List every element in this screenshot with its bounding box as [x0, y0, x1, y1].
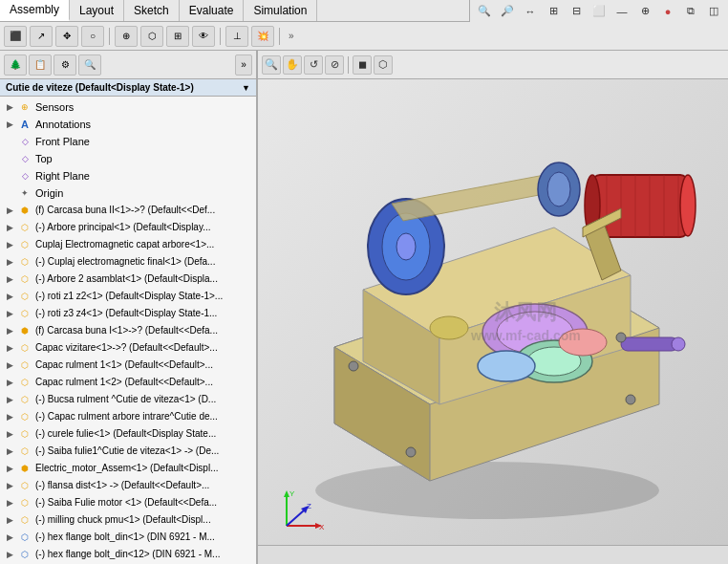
- vp-btn-shaded[interactable]: ◼: [353, 55, 372, 75]
- tree-item-part19[interactable]: ▶ ⬡ (-) milling chuck pmu<1> (Default<Di…: [0, 511, 256, 529]
- view-btn-6[interactable]: ⬜: [589, 2, 610, 21]
- toolbar-btn-hide[interactable]: 👁: [192, 26, 215, 47]
- view-btn-2[interactable]: 🔎: [497, 2, 518, 21]
- expand-part1[interactable]: ▶: [4, 205, 15, 216]
- view-btn-3[interactable]: ↔: [520, 2, 541, 21]
- toolbar-btn-mate[interactable]: ⊥: [225, 26, 248, 47]
- tree-item-part3[interactable]: ▶ ⬡ Cuplaj Electromagnetic capat arbore<…: [0, 236, 256, 253]
- vp-btn-wire[interactable]: ⬡: [374, 55, 393, 75]
- left-btn-config[interactable]: ⚙: [54, 54, 76, 76]
- toolbar-btn-circle[interactable]: ○: [81, 26, 104, 47]
- expand-part9[interactable]: ▶: [4, 342, 15, 354]
- vp-btn-pan[interactable]: ✋: [283, 55, 302, 75]
- tree-item-top-plane[interactable]: ◇ Top: [0, 150, 256, 167]
- view-btn-9[interactable]: ⧉: [680, 2, 701, 21]
- tree-item-part21[interactable]: ▶ ⬡ (-) hex flange bolt_din<12> (DIN 692…: [0, 546, 256, 563]
- tree-item-part9[interactable]: ▶ ⬡ Capac vizitare<1>->? (Default<<Defau…: [0, 339, 256, 357]
- tree-item-part15[interactable]: ▶ ⬡ (-) Saiba fulie1^Cutie de viteza<1> …: [0, 443, 256, 460]
- toolbar-btn-explode[interactable]: 💥: [251, 26, 274, 47]
- tree-item-annotations[interactable]: ▶ A Annotations: [0, 116, 256, 133]
- expand-part6[interactable]: ▶: [4, 291, 15, 302]
- vp-btn-rotate[interactable]: ↺: [304, 55, 323, 75]
- toolbar-btn-cube[interactable]: ⬛: [4, 26, 27, 47]
- viewport[interactable]: 沐风网 www.mf-cad.com X Y Z: [258, 79, 728, 564]
- vp-sep1: [348, 56, 349, 74]
- toolbar-btn-component[interactable]: ⬡: [140, 26, 163, 47]
- expand-part15[interactable]: ▶: [4, 445, 15, 457]
- expand-part5[interactable]: ▶: [4, 273, 15, 285]
- tree-item-part7[interactable]: ▶ ⬡ (-) roti z3 z4<1> (Default<Display S…: [0, 305, 256, 322]
- tree-item-sensors[interactable]: ▶ ⊕ Sensors: [0, 98, 256, 116]
- view-btn-8[interactable]: ⊕: [634, 2, 655, 21]
- tab-sketch[interactable]: Sketch: [124, 0, 180, 21]
- sep3: [279, 28, 280, 45]
- tree-item-part14[interactable]: ▶ ⬡ (-) curele fulie<1> (Default<Display…: [0, 425, 256, 443]
- tree-item-part2[interactable]: ▶ ⬡ (-) Arbore principal<1> (Default<Dis…: [0, 219, 256, 236]
- expand-part7[interactable]: ▶: [4, 308, 15, 319]
- expand-part10[interactable]: ▶: [4, 359, 15, 371]
- tab-layout[interactable]: Layout: [70, 0, 124, 21]
- toolbar-btn-move[interactable]: ✥: [55, 26, 78, 47]
- part12-icon: ⬡: [17, 392, 32, 407]
- tree-item-part18[interactable]: ▶ ⬡ (-) Saiba Fulie motor <1> (Default<<…: [0, 494, 256, 511]
- expand-part20[interactable]: ▶: [4, 531, 15, 543]
- view-btn-7[interactable]: —: [611, 2, 632, 21]
- expand-part2[interactable]: ▶: [4, 222, 15, 233]
- part1-label: (f) Carcasa buna II<1>->? (Default<<Def.…: [35, 203, 215, 218]
- expand-part12[interactable]: ▶: [4, 394, 15, 405]
- expand-annotations[interactable]: ▶: [4, 119, 15, 130]
- view-btn-4[interactable]: ⊞: [543, 2, 564, 21]
- expand-part18[interactable]: ▶: [4, 497, 15, 509]
- belt: [392, 175, 554, 221]
- left-btn-expand[interactable]: »: [235, 54, 252, 76]
- tree-item-part5[interactable]: ▶ ⬡ (-) Arbore 2 asamblat<1> (Default<Di…: [0, 271, 256, 288]
- tree-item-front-plane[interactable]: ◇ Front Plane: [0, 133, 256, 150]
- tree-item-part10[interactable]: ▶ ⬡ Capac rulment 1<1> (Default<<Default…: [0, 357, 256, 374]
- tab-simulation[interactable]: Simulation: [244, 0, 317, 21]
- tree-item-right-plane[interactable]: ◇ Right Plane: [0, 167, 256, 184]
- tree-item-part17[interactable]: ▶ ⬡ (-) flansa dist<1> -> (Default<<Defa…: [0, 477, 256, 494]
- tree-item-part16[interactable]: ▶ ⬢ Electric_motor_Assem<1> (Default<Dis…: [0, 460, 256, 477]
- view-toolbar: 🔍 ✋ ↺ ⊘ ◼ ⬡: [258, 51, 728, 78]
- view-btn-10[interactable]: ◫: [703, 2, 724, 21]
- vp-btn-section[interactable]: ⊘: [325, 55, 344, 75]
- part11-label: Capac rulment 1<2> (Default<<Default>...: [35, 375, 213, 390]
- expand-part14[interactable]: ▶: [4, 428, 15, 440]
- expand-part11[interactable]: ▶: [4, 377, 15, 388]
- tree-item-part13[interactable]: ▶ ⬡ (-) Capac rulment arbore intrare^Cut…: [0, 408, 256, 425]
- expand-part19[interactable]: ▶: [4, 514, 15, 526]
- tree-item-part20[interactable]: ▶ ⬡ (-) hex flange bolt_din<1> (DIN 6921…: [0, 529, 256, 546]
- left-btn-props[interactable]: 📋: [29, 54, 52, 76]
- expand-part3[interactable]: ▶: [4, 239, 15, 250]
- tree-item-part8[interactable]: ▶ ⬢ (f) Carcasa buna I<1>->? (Default<<D…: [0, 322, 256, 339]
- tree-item-part12[interactable]: ▶ ⬡ (-) Bucsa rulment ^Cutie de viteza<1…: [0, 391, 256, 408]
- toolbar-btn-insert[interactable]: ⊕: [115, 26, 138, 47]
- tree-item-part1[interactable]: ▶ ⬢ (f) Carcasa buna II<1>->? (Default<<…: [0, 202, 256, 219]
- tab-evaluate[interactable]: Evaluate: [180, 0, 245, 21]
- tree-content[interactable]: ▶ ⊕ Sensors ▶ A Annotations ◇ Front Plan…: [0, 97, 256, 564]
- expand-part13[interactable]: ▶: [4, 411, 15, 423]
- toolbar-btn-pattern[interactable]: ⊞: [166, 26, 189, 47]
- expand-sensors[interactable]: ▶: [4, 101, 15, 113]
- vp-btn-zoom[interactable]: 🔍: [262, 55, 281, 75]
- tab-assembly[interactable]: Assembly: [0, 0, 70, 21]
- view-btn-5[interactable]: ⊟: [566, 2, 587, 21]
- tree-item-part6[interactable]: ▶ ⬡ (-) roti z1 z2<1> (Default<Display S…: [0, 288, 256, 305]
- left-btn-search[interactable]: 🔍: [78, 54, 101, 76]
- tree-item-part4[interactable]: ▶ ⬡ (-) Cuplaj electromagnetic final<1> …: [0, 253, 256, 271]
- view-btn-color[interactable]: ●: [657, 2, 678, 21]
- shaft-purple: [621, 337, 678, 351]
- part8-label: (f) Carcasa buna I<1>->? (Default<<Defa.…: [35, 323, 218, 338]
- expand-part21[interactable]: ▶: [4, 549, 15, 560]
- toolbar-btn-arrow[interactable]: ↗: [30, 26, 53, 47]
- origin-label: Origin: [35, 185, 63, 201]
- tree-item-origin[interactable]: ✦ Origin: [0, 184, 256, 202]
- left-btn-tree[interactable]: 🌲: [4, 54, 27, 76]
- right-plane-label: Right Plane: [35, 168, 90, 184]
- expand-part17[interactable]: ▶: [4, 480, 15, 491]
- expand-part8[interactable]: ▶: [4, 325, 15, 336]
- expand-part16[interactable]: ▶: [4, 463, 15, 474]
- expand-part4[interactable]: ▶: [4, 256, 15, 268]
- tree-item-part11[interactable]: ▶ ⬡ Capac rulment 1<2> (Default<<Default…: [0, 374, 256, 391]
- view-btn-1[interactable]: 🔍: [474, 2, 495, 21]
